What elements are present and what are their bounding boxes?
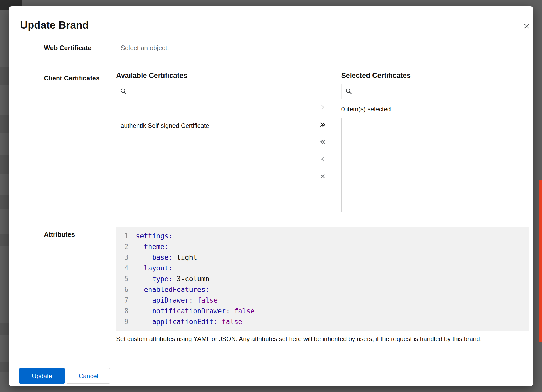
line-number: 4 [116,263,133,274]
code-line: 8 notificationDrawer: false [116,306,529,316]
selected-pane: Selected Certificates 0 item(s) selected… [341,71,530,212]
modal-footer: Update Cancel [9,368,533,384]
web-certificate-select[interactable] [116,41,529,55]
available-pane: Available Certificates authentik Self-si… [116,71,304,212]
backdrop-fragment [0,195,9,209]
attributes-label: Attributes [44,227,116,343]
attributes-help-text: Set custom attributes using YAML or JSON… [116,335,529,343]
add-all-button[interactable] [319,121,326,128]
code-text: notificationDrawer: false [133,306,255,316]
code-text: theme: [133,241,168,252]
web-certificate-row: Web Certificate [9,41,533,55]
backdrop-fragment [0,234,9,246]
line-number: 3 [116,252,133,263]
code-line: 5 type: 3-column [116,274,529,284]
code-text: enabledFeatures: [133,284,210,295]
client-certificates-row: Client Certificates Available Certificat… [9,71,533,212]
update-button[interactable]: Update [19,368,65,384]
close-icon [523,22,530,31]
available-list[interactable]: authentik Self-signed Certificate [116,118,304,212]
available-search [116,84,304,99]
selected-search [341,84,530,99]
line-number: 1 [116,231,133,241]
remove-all-button[interactable] [319,138,326,146]
search-icon [120,88,127,96]
search-icon [345,88,352,96]
code-line: 2 theme: [116,241,529,252]
selected-certificates-heading: Selected Certificates [341,71,530,80]
selected-status: 0 item(s) selected. [341,106,530,118]
backdrop-fragment [0,67,9,85]
chevron-left-icon [319,155,326,163]
background-accent-strip [539,180,542,342]
update-brand-modal: Update Brand Web Certificate Client Cert… [9,6,533,386]
dual-list-selector: Available Certificates authentik Self-si… [116,71,529,212]
line-number: 5 [116,274,133,284]
web-certificate-label: Web Certificate [44,44,116,52]
times-icon [319,173,326,180]
code-line: 7 apiDrawer: false [116,295,529,306]
code-line: 1settings: [116,231,529,241]
line-number: 2 [116,241,133,252]
line-number: 7 [116,295,133,306]
available-certificates-heading: Available Certificates [116,71,304,80]
backdrop-fragment [0,362,9,372]
list-item[interactable]: authentik Self-signed Certificate [116,118,304,133]
code-line: 3 base: light [116,252,529,263]
page-backdrop: Update Brand Web Certificate Client Cert… [0,0,542,392]
attributes-editor-lines: 1settings:2 theme:3 base: light4 layout:… [116,231,529,327]
close-button[interactable] [523,22,530,30]
attributes-row: Attributes 1settings:2 theme:3 base: lig… [9,227,533,343]
double-chevron-left-icon [319,138,326,146]
code-line: 6 enabledFeatures: [116,284,529,295]
code-line: 9 applicationEdit: false [116,316,529,327]
attributes-code-editor[interactable]: 1settings:2 theme:3 base: light4 layout:… [116,227,529,331]
selected-search-input[interactable] [355,88,526,96]
chevron-right-icon [319,104,326,111]
backdrop-fragment [0,155,9,174]
line-number: 9 [116,316,133,327]
web-certificate-input[interactable] [117,44,529,52]
code-text: settings: [133,231,173,241]
code-text: base: light [133,252,197,263]
clear-button[interactable] [319,173,326,180]
code-line: 4 layout: [116,263,529,274]
modal-title: Update Brand [20,18,521,32]
line-number: 8 [116,306,133,316]
attributes-field: 1settings:2 theme:3 base: light4 layout:… [116,227,529,343]
backdrop-fragment [0,323,9,335]
remove-selected-button[interactable] [319,155,326,163]
backdrop-fragment [0,115,9,133]
available-search-input[interactable] [130,88,301,96]
modal-header: Update Brand [9,6,533,32]
line-number: 6 [116,284,133,295]
cancel-button[interactable]: Cancel [67,368,110,384]
selected-list[interactable] [341,118,530,212]
add-selected-button[interactable] [319,104,326,111]
code-text: type: 3-column [133,274,210,284]
code-text: applicationEdit: false [133,316,242,327]
client-certificates-label: Client Certificates [44,71,116,212]
double-chevron-right-icon [319,121,326,128]
code-text: layout: [133,263,173,274]
dual-list-controls [304,71,341,212]
code-text: apiDrawer: false [133,295,218,306]
